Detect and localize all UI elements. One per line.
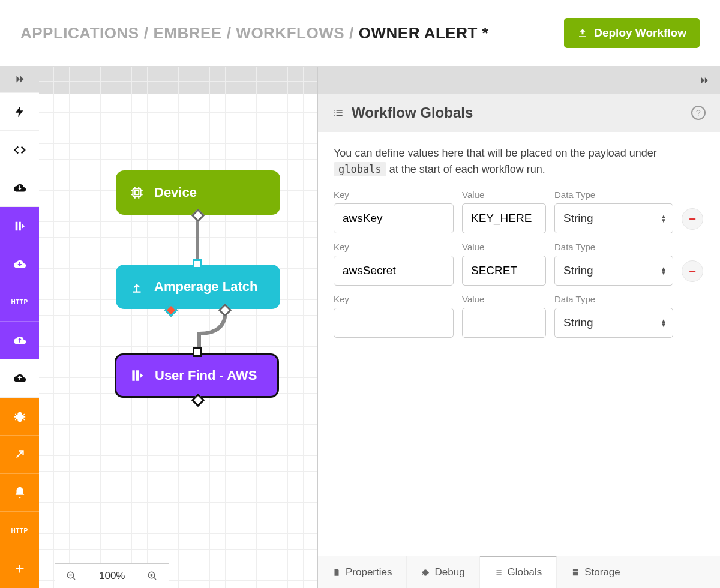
value-label: Value	[462, 294, 546, 304]
rail-code[interactable]	[0, 131, 39, 169]
rail-plus[interactable]	[0, 550, 39, 588]
node-input-port[interactable]	[193, 347, 202, 357]
zoom-out-button[interactable]	[55, 564, 88, 588]
node-user-find-aws[interactable]: User Find - AWS	[115, 353, 279, 398]
zoom-out-icon	[66, 571, 77, 581]
bolt-icon	[13, 105, 26, 118]
select-arrows-icon: ▲▼	[661, 214, 667, 223]
breadcrumb-separator: /	[144, 24, 149, 43]
value-label: Value	[462, 242, 546, 252]
database-icon	[130, 368, 145, 383]
rail-expand-toggle[interactable]	[0, 67, 39, 93]
connector	[196, 310, 244, 358]
bug-icon	[13, 410, 26, 423]
latch-icon	[129, 279, 145, 295]
key-input[interactable]	[334, 308, 454, 338]
select-arrows-icon: ▲▼	[661, 319, 667, 327]
breadcrumb-current: OWNER ALERT *	[359, 24, 488, 43]
type-select[interactable]: String ▲▼	[554, 308, 673, 338]
chevrons-right-icon[interactable]	[698, 74, 710, 86]
rail-arrow[interactable]	[0, 436, 39, 473]
key-input[interactable]	[334, 203, 454, 233]
cloud-upload-icon	[13, 334, 26, 347]
cloud-download-icon	[13, 181, 26, 194]
node-label: Device	[154, 185, 197, 200]
rail-data[interactable]	[0, 207, 39, 245]
breadcrumb-workflows[interactable]: WORKFLOWS	[236, 24, 344, 43]
zoom-in-icon	[147, 571, 158, 581]
zoom-in-button[interactable]	[136, 564, 169, 588]
tab-globals[interactable]: Globals	[480, 556, 557, 588]
chevrons-right-icon	[13, 73, 26, 86]
value-input[interactable]	[462, 308, 546, 338]
node-input-port[interactable]	[193, 259, 202, 269]
node-amperage-latch[interactable]: Amperage Latch	[116, 265, 280, 309]
type-label: Data Type	[554, 294, 673, 304]
upload-icon	[577, 28, 588, 38]
cloud-download-icon	[13, 257, 26, 271]
panel-title: Workflow Globals	[352, 104, 473, 121]
list-icon	[332, 107, 344, 119]
list-icon	[494, 568, 503, 577]
properties-panel: Workflow Globals ? You can define values…	[318, 67, 720, 588]
rail-cloud-up-2[interactable]	[0, 359, 39, 397]
cloud-upload-icon	[13, 371, 26, 385]
tab-storage[interactable]: Storage	[557, 556, 635, 588]
bell-plus-icon	[13, 486, 26, 499]
panel-description: You can define values here that will be …	[334, 145, 704, 178]
rail-cloud-up[interactable]	[0, 322, 39, 359]
tool-rail: HTTP HTTP	[0, 67, 39, 588]
chip-icon	[129, 185, 145, 200]
rail-trigger[interactable]	[0, 93, 39, 131]
rail-bell[interactable]	[0, 474, 39, 512]
value-label: Value	[462, 190, 546, 200]
panel-tabs: Properties Debug Globals Storage	[318, 556, 720, 588]
globals-row: Key Value Data Type String ▲▼ −	[334, 190, 704, 233]
remove-row-button[interactable]: −	[682, 260, 703, 282]
select-arrows-icon: ▲▼	[661, 266, 667, 275]
zoom-level: 100%	[88, 564, 136, 588]
plus-icon	[13, 562, 26, 575]
globals-row: Key Value Data Type String ▲▼ −	[334, 242, 704, 286]
tab-debug[interactable]: Debug	[407, 556, 479, 588]
rail-http-2[interactable]: HTTP	[0, 512, 39, 550]
type-label: Data Type	[554, 242, 673, 252]
arrow-up-right-icon	[13, 448, 26, 461]
rail-http[interactable]: HTTP	[0, 283, 39, 321]
type-select[interactable]: String ▲▼	[554, 203, 673, 233]
globals-row: Key Value Data Type String ▲▼	[334, 294, 704, 338]
rail-cloud-down-2[interactable]	[0, 245, 39, 283]
type-label: Data Type	[554, 190, 673, 200]
node-label: Amperage Latch	[154, 279, 257, 295]
svg-rect-0	[133, 189, 141, 197]
breadcrumb-embree[interactable]: EMBREE	[153, 24, 221, 43]
key-label: Key	[334, 190, 454, 200]
deploy-workflow-button[interactable]: Deploy Workflow	[564, 18, 700, 48]
document-icon	[332, 568, 341, 577]
panel-topbar	[318, 67, 720, 94]
code-icon	[13, 143, 26, 157]
tab-properties[interactable]: Properties	[318, 556, 407, 588]
type-select[interactable]: String ▲▼	[554, 256, 673, 286]
deploy-button-label: Deploy Workflow	[594, 26, 686, 40]
breadcrumb: APPLICATIONS / EMBREE / WORKFLOWS / OWNE…	[20, 24, 488, 43]
remove-row-button[interactable]: −	[682, 208, 703, 230]
value-input[interactable]	[462, 256, 546, 286]
svg-rect-1	[135, 191, 139, 195]
zoom-controls: 100%	[55, 563, 169, 588]
rail-cloud-down[interactable]	[0, 169, 39, 207]
rail-bug[interactable]	[0, 398, 39, 436]
key-label: Key	[334, 242, 454, 252]
value-input[interactable]	[462, 203, 546, 233]
node-label: User Find - AWS	[155, 368, 257, 383]
bug-icon	[421, 568, 430, 577]
help-button[interactable]: ?	[691, 106, 706, 120]
key-input[interactable]	[334, 256, 454, 286]
breadcrumb-separator: /	[227, 24, 232, 43]
key-label: Key	[334, 294, 454, 304]
breadcrumb-applications[interactable]: APPLICATIONS	[20, 24, 139, 43]
database-icon	[13, 220, 26, 233]
workflow-canvas[interactable]: Device Amperage Latch User Find - AWS 10…	[39, 67, 318, 588]
breadcrumb-separator: /	[349, 24, 354, 43]
storage-icon	[571, 568, 580, 577]
